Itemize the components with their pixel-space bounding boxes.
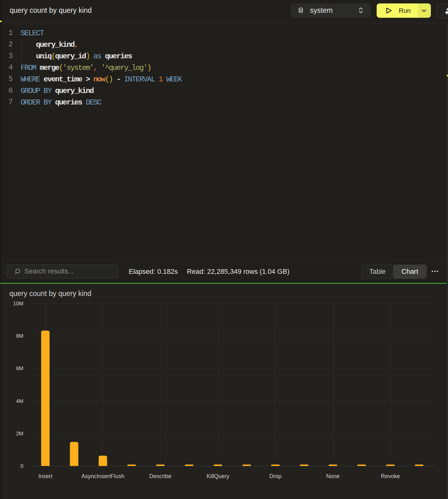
svg-text:KillQuery: KillQuery [207,473,229,479]
svg-text:AsyncInsertFlush: AsyncInsertFlush [81,473,124,479]
svg-text:8M: 8M [16,333,23,339]
svg-text:Drop: Drop [269,473,281,479]
svg-text:4M: 4M [16,398,23,404]
svg-text:2M: 2M [16,431,23,437]
svg-text:0: 0 [21,463,23,469]
svg-text:6M: 6M [16,366,23,371]
svg-text:Insert: Insert [38,473,52,479]
svg-text:10M: 10M [13,301,23,307]
svg-text:None: None [326,473,340,479]
svg-text:Describe: Describe [149,473,171,479]
svg-text:Revoke: Revoke [381,473,400,479]
svg-text:query count by query kind: query count by query kind [9,289,91,298]
